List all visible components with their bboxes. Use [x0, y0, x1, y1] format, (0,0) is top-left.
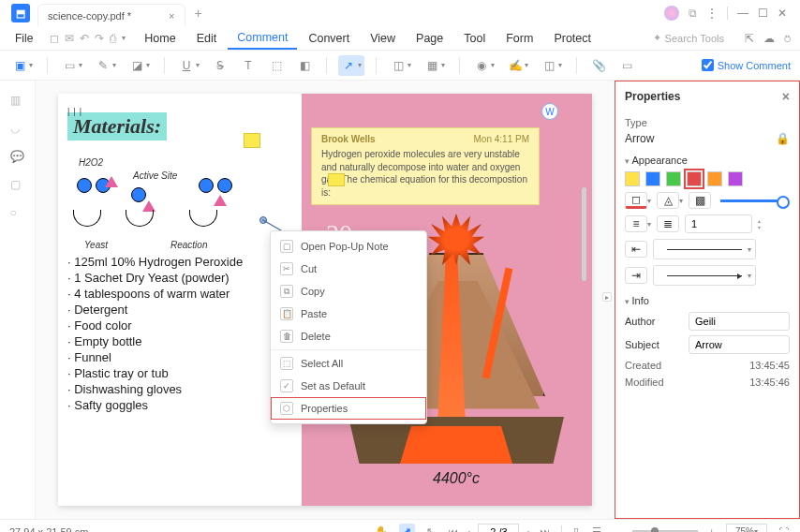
- hide-tool[interactable]: ▭: [616, 55, 637, 76]
- minimize-icon[interactable]: —: [737, 7, 748, 20]
- lock-icon[interactable]: 🔒: [776, 132, 790, 145]
- maximize-icon[interactable]: ☐: [758, 7, 768, 20]
- opacity-slider[interactable]: [720, 200, 786, 202]
- word-export-icon[interactable]: W: [541, 103, 558, 120]
- menu-protect[interactable]: Protect: [544, 28, 600, 49]
- tab-close-icon[interactable]: ×: [169, 10, 174, 22]
- document-tab[interactable]: science-copy.pdf * ×: [37, 4, 185, 26]
- print-icon[interactable]: ⎙: [110, 32, 116, 45]
- prev-page-icon[interactable]: ‹: [466, 525, 473, 533]
- document-canvas[interactable]: ||| Materials: H2O2 Active Site Yeast Re…: [36, 81, 615, 519]
- menu-comment[interactable]: Comment: [228, 27, 297, 50]
- signature-tool[interactable]: ✍▾: [505, 55, 531, 76]
- swatch-orange[interactable]: [707, 171, 722, 186]
- file-menu[interactable]: File: [7, 30, 40, 47]
- strikethrough-tool[interactable]: S̶: [210, 55, 230, 76]
- opacity-btn[interactable]: ▩: [689, 192, 711, 209]
- search-tools[interactable]: ✦ Search Tools: [653, 32, 743, 44]
- note-tool[interactable]: ▣▾: [9, 55, 36, 76]
- ctx-select-all[interactable]: ⬚Select All: [271, 352, 426, 375]
- author-input[interactable]: [689, 312, 790, 331]
- ctx-delete[interactable]: 🗑Delete: [271, 325, 426, 347]
- ctx-set-default[interactable]: ✓Set as Default: [271, 375, 426, 397]
- highlight-tool[interactable]: ▭▾: [59, 55, 85, 76]
- mail-icon[interactable]: ✉: [65, 32, 74, 45]
- zoom-in-icon[interactable]: +: [707, 525, 717, 533]
- info-header[interactable]: Info: [625, 295, 790, 306]
- zoom-out-icon[interactable]: −: [613, 525, 622, 533]
- spin-down-icon[interactable]: ▾: [758, 224, 767, 230]
- first-page-icon[interactable]: ⏮: [446, 525, 460, 533]
- swatch-red[interactable]: [687, 171, 702, 186]
- fit-page-icon[interactable]: ⛶: [777, 525, 791, 533]
- subject-input[interactable]: [689, 335, 790, 354]
- swatch-blue[interactable]: [645, 171, 660, 186]
- fill-color-btn[interactable]: ◬: [657, 192, 679, 209]
- menu-view[interactable]: View: [361, 28, 405, 49]
- appearance-header[interactable]: Appearance: [625, 155, 790, 166]
- ctx-cut[interactable]: ✂Cut: [271, 258, 426, 280]
- page-number-input[interactable]: [478, 524, 519, 533]
- stroke-color-btn[interactable]: ◻: [625, 192, 647, 209]
- share-icon[interactable]: ⇱: [745, 32, 754, 45]
- measure-tool[interactable]: ◫▾: [539, 55, 565, 76]
- text-tool[interactable]: T: [238, 55, 259, 76]
- shape-tool[interactable]: ◫▾: [388, 55, 414, 76]
- ctx-copy[interactable]: ⧉Copy: [271, 280, 426, 303]
- ctx-properties[interactable]: ⬡Properties: [271, 397, 426, 420]
- more-icon[interactable]: ⋮: [706, 7, 718, 20]
- ai-assistant-icon[interactable]: [664, 6, 679, 21]
- menu-tool[interactable]: Tool: [454, 28, 495, 49]
- end-cap-icon[interactable]: ⇥: [625, 267, 647, 284]
- print-dropdown-icon[interactable]: ▾: [122, 34, 126, 42]
- menu-home[interactable]: Home: [135, 28, 185, 49]
- menu-convert[interactable]: Convert: [299, 28, 359, 49]
- notifications-icon[interactable]: ⧉: [689, 7, 697, 20]
- close-window-icon[interactable]: ✕: [778, 7, 787, 20]
- pencil-tool[interactable]: ✎▾: [93, 55, 119, 76]
- canvas-scrollbar[interactable]: [582, 187, 586, 281]
- underline-tool[interactable]: U▾: [176, 55, 202, 76]
- next-page-icon[interactable]: ›: [525, 525, 532, 533]
- line-style-btn[interactable]: ≡: [625, 215, 647, 232]
- swatch-purple[interactable]: [728, 171, 743, 186]
- attachment-tool[interactable]: 📎: [588, 55, 609, 76]
- thumbnails-icon[interactable]: ▥: [10, 94, 25, 109]
- sticky-note-anchor-icon[interactable]: [328, 173, 345, 186]
- menu-page[interactable]: Page: [407, 28, 452, 49]
- comment-note[interactable]: Brook Wells Mon 4:11 PM Hydrogen peroxid…: [311, 127, 540, 205]
- swatch-green[interactable]: [666, 171, 681, 186]
- user-icon[interactable]: ⍥: [784, 32, 791, 45]
- select-tool-icon[interactable]: ⬈: [399, 524, 415, 532]
- panel-collapse-icon[interactable]: ▸: [602, 292, 612, 302]
- thickness-input[interactable]: [685, 214, 752, 233]
- panel-close-icon[interactable]: ×: [782, 89, 790, 104]
- stamp2-tool[interactable]: ◉▾: [471, 55, 497, 76]
- end-style-select[interactable]: ▾: [653, 265, 756, 286]
- tab-add-icon[interactable]: +: [195, 6, 202, 21]
- menu-edit[interactable]: Edit: [187, 28, 227, 49]
- sticky-note-icon[interactable]: [244, 133, 260, 148]
- undo-icon[interactable]: ↶: [80, 32, 89, 45]
- eraser-tool[interactable]: ◪▾: [126, 55, 153, 76]
- arrow-tool[interactable]: ↗▾: [338, 55, 364, 76]
- search-panel-icon[interactable]: ○: [10, 206, 25, 221]
- ctx-paste[interactable]: 📋Paste: [271, 303, 426, 325]
- zoom-value[interactable]: 75% ▾: [726, 524, 767, 533]
- show-comment-checkbox[interactable]: [702, 59, 714, 71]
- line-weight-btn[interactable]: ≣: [657, 215, 679, 232]
- last-page-icon[interactable]: ⏭: [538, 525, 552, 533]
- spin-up-icon[interactable]: ▴: [758, 217, 767, 224]
- start-style-select[interactable]: ▾: [653, 239, 756, 259]
- menu-form[interactable]: Form: [496, 28, 542, 49]
- attachments-panel-icon[interactable]: ▢: [10, 178, 25, 193]
- redo-icon[interactable]: ↷: [95, 32, 104, 45]
- view-continuous-icon[interactable]: ☰: [590, 524, 603, 532]
- swatch-yellow[interactable]: [625, 171, 640, 186]
- comments-panel-icon[interactable]: 💬: [10, 150, 25, 165]
- callout-tool[interactable]: ◧: [294, 55, 315, 76]
- ctx-open-popup[interactable]: ▢Open Pop-Up Note: [271, 235, 426, 258]
- view-single-icon[interactable]: ▯: [571, 524, 581, 532]
- textbox-tool[interactable]: ⬚: [266, 55, 287, 76]
- save-icon[interactable]: ◻: [50, 32, 59, 45]
